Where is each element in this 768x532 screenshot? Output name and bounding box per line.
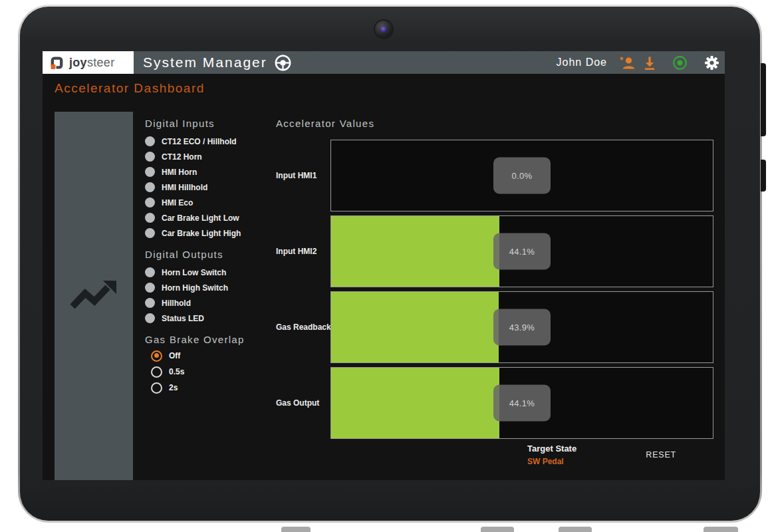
radio-selected-icon[interactable] [151, 350, 162, 362]
radio-unselected-icon[interactable] [151, 382, 162, 394]
indicator-row: CT12 Horn [145, 149, 278, 164]
indicator-label: Car Brake Light High [162, 229, 241, 238]
radio-option-0-5s[interactable]: 0.5s [151, 364, 278, 380]
value-bar-row: Gas Readback43.9% [276, 291, 713, 363]
page-title: Accelerator Dashboard [55, 81, 205, 96]
led-indicator [145, 283, 155, 293]
led-indicator [145, 152, 155, 162]
led-indicator [145, 213, 155, 223]
logo-text-bold: joy [69, 56, 87, 69]
bar-value-badge: 44.1% [493, 233, 551, 270]
indicator-row: Status LED [145, 311, 278, 326]
joysteer-logo: joysteer [43, 51, 134, 74]
bar-track: 44.1% [330, 367, 713, 439]
indicator-label: HMI Eco [162, 198, 193, 207]
indicator-row: Horn Low Switch [145, 265, 278, 280]
led-indicator [145, 228, 155, 238]
dock-foot [559, 527, 592, 532]
reset-button[interactable]: RESET [642, 448, 680, 462]
bar-value-badge: 44.1% [493, 385, 551, 422]
indicator-row: HMI Eco [145, 195, 278, 210]
target-state-label: Target State [527, 444, 576, 454]
bar-fill [331, 368, 499, 438]
sidebar-nav-rail [55, 112, 133, 480]
indicator-row: Car Brake Light High [145, 225, 278, 241]
led-indicator [145, 298, 155, 308]
indicator-label: Hillhold [162, 299, 191, 308]
value-bar-row: Input HMI244.1% [276, 215, 713, 287]
values-column: Accelerator Values Input HMI10.0%Input H… [276, 118, 713, 466]
indicator-label: HMI Hillhold [162, 183, 207, 192]
bar-label: Input HMI1 [276, 140, 330, 211]
bar-track: 43.9% [330, 291, 713, 363]
bar-fill [331, 292, 499, 362]
tablet-volume-button [761, 63, 766, 136]
bar-label: Gas Readback [276, 291, 330, 363]
value-bar-row: Input HMI10.0% [276, 140, 713, 211]
digital-inputs-list: CT12 ECO / HillholdCT12 HornHMI HornHMI … [145, 134, 278, 241]
status-indicator-icon [672, 55, 688, 71]
controls-column: Digital Inputs CT12 ECO / HillholdCT12 H… [145, 118, 278, 396]
indicator-label: HMI Horn [162, 168, 197, 177]
joysteer-logo-icon [49, 55, 64, 70]
bar-value-text: 43.9% [509, 323, 535, 332]
values-footer: Target State SW Pedal RESET [276, 444, 713, 466]
steering-wheel-icon [274, 54, 292, 72]
indicator-label: CT12 ECO / Hillhold [162, 137, 237, 146]
bar-value-text: 0.0% [512, 171, 533, 181]
accelerator-values-title: Accelerator Values [276, 118, 713, 129]
indicator-row: Car Brake Light Low [145, 210, 278, 225]
indicator-label: Car Brake Light Low [162, 213, 239, 223]
indicator-label: Horn High Switch [162, 283, 228, 293]
app-bar-main: System Manager John Doe [134, 51, 725, 74]
indicator-label: Horn Low Switch [162, 268, 226, 277]
gas-brake-overlap-options: Off0.5s2s [151, 348, 278, 396]
bar-value-text: 44.1% [509, 247, 535, 257]
bar-track: 0.0% [330, 140, 713, 211]
bar-fill [331, 216, 499, 287]
led-indicator [145, 167, 155, 177]
bar-value-badge: 43.9% [493, 309, 551, 346]
dock-foot [704, 527, 738, 532]
download-icon[interactable] [642, 55, 657, 70]
led-indicator [145, 182, 155, 192]
logo-text-light: steer [87, 56, 115, 69]
app-bar: joysteer System Manager John Doe [43, 51, 725, 74]
led-indicator [145, 313, 155, 323]
bar-track: 44.1% [330, 215, 713, 287]
trend-chart-icon[interactable] [69, 279, 118, 313]
dock-foot [481, 527, 514, 532]
gas-brake-overlap-title: Gas Brake Overlap [145, 334, 278, 345]
bar-label: Input HMI2 [276, 215, 330, 287]
app-title: System Manager [143, 55, 267, 70]
bar-value-text: 44.1% [509, 398, 535, 408]
target-state-value: SW Pedal [527, 457, 576, 466]
tablet-power-button [761, 160, 766, 192]
bar-label: Gas Output [276, 367, 330, 439]
indicator-row: Hillhold [145, 295, 278, 311]
radio-unselected-icon[interactable] [151, 366, 162, 378]
user-admin-icon[interactable] [618, 55, 636, 70]
accelerator-bars: Input HMI10.0%Input HMI244.1%Gas Readbac… [276, 140, 713, 439]
indicator-row: HMI Horn [145, 164, 278, 180]
logo-text: joysteer [69, 56, 114, 70]
radio-label: 0.5s [169, 367, 184, 376]
indicator-row: HMI Hillhold [145, 180, 278, 195]
radio-option-2s[interactable]: 2s [151, 380, 278, 396]
radio-option-off[interactable]: Off [151, 348, 278, 364]
settings-gear-icon[interactable] [704, 55, 719, 70]
radio-label: 2s [169, 383, 178, 392]
bar-value-badge: 0.0% [493, 158, 551, 194]
led-indicator [145, 136, 155, 146]
tablet-camera [375, 21, 392, 38]
screen: joysteer System Manager John Doe [43, 51, 725, 480]
dock-foot [281, 527, 311, 532]
led-indicator [145, 267, 155, 277]
digital-outputs-title: Digital Outputs [145, 249, 278, 260]
digital-outputs-list: Horn Low SwitchHorn High SwitchHillholdS… [145, 265, 278, 326]
indicator-row: CT12 ECO / Hillhold [145, 134, 278, 149]
value-bar-row: Gas Output44.1% [276, 367, 713, 439]
radio-label: Off [169, 351, 180, 360]
digital-inputs-title: Digital Inputs [145, 118, 278, 129]
indicator-row: Horn High Switch [145, 280, 278, 295]
